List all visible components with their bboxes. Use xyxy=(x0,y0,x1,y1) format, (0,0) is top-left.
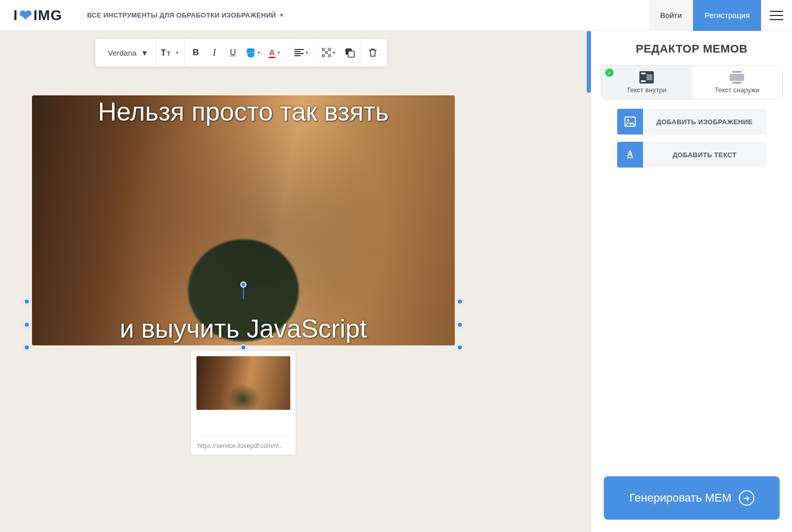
bold-button[interactable]: B xyxy=(187,41,205,64)
tab-text-outside-label: Текст снаружи xyxy=(692,86,783,94)
resize-handle-bl[interactable] xyxy=(24,344,30,351)
font-family-select[interactable]: Verdana ▼ xyxy=(101,48,154,57)
svg-rect-12 xyxy=(641,80,646,82)
trash-icon xyxy=(369,48,377,57)
text-color-icon: A xyxy=(269,48,275,57)
svg-rect-14 xyxy=(732,71,741,73)
bold-icon: B xyxy=(193,47,199,58)
text-outside-icon xyxy=(729,71,745,84)
menu-button[interactable] xyxy=(761,11,792,20)
arrow-right-circle-icon: ➜ xyxy=(739,490,754,506)
svg-rect-3 xyxy=(322,48,325,51)
svg-text:A: A xyxy=(627,149,633,158)
fill-color-button[interactable]: 🪣▼ xyxy=(242,41,264,64)
delete-button[interactable] xyxy=(364,41,382,64)
resize-handle-br[interactable] xyxy=(457,344,463,351)
resize-handle-ml[interactable] xyxy=(24,322,30,328)
canvas-scrollbar[interactable] xyxy=(587,31,591,532)
app-header: I ❤ IMG ВСЕ ИНСТРУМЕНТЫ ДЛЯ ОБРАБОТКИ ИЗ… xyxy=(0,0,792,31)
svg-rect-11 xyxy=(641,73,646,74)
meme-canvas[interactable]: Нельзя просто так взять и выучить JavaSc… xyxy=(32,95,455,345)
text-color-button[interactable]: A▼ xyxy=(264,41,286,64)
chevron-down-icon: ▼ xyxy=(332,51,336,55)
text-toolbar: Verdana ▼ TT ▼ B I U 🪣▼ A▼ xyxy=(95,38,388,67)
canvas-area: Verdana ▼ TT ▼ B I U 🪣▼ A▼ xyxy=(0,31,591,532)
login-label: Войти xyxy=(660,11,682,20)
opacity-button[interactable]: ▼ xyxy=(318,41,340,64)
text-mode-tabs: ✓ Текст внутри Текст снаружи xyxy=(601,65,783,99)
meme-background-image xyxy=(32,95,455,345)
chevron-down-icon: ▼ xyxy=(175,51,179,55)
send-to-back-icon xyxy=(344,47,355,58)
hamburger-icon xyxy=(770,11,783,20)
login-button[interactable]: Войти xyxy=(649,0,693,31)
svg-rect-5 xyxy=(325,51,328,54)
italic-button[interactable]: I xyxy=(205,41,224,64)
font-size-icon: TT xyxy=(161,47,174,58)
add-text-label: ДОБАВИТЬ ТЕКСТ xyxy=(643,151,766,159)
chevron-down-icon: ▼ xyxy=(276,51,280,55)
text-inside-icon xyxy=(639,71,654,84)
svg-rect-16 xyxy=(732,82,741,84)
svg-rect-7 xyxy=(328,54,331,57)
layer-order-button[interactable] xyxy=(340,41,359,64)
caret-down-icon: ▼ xyxy=(279,12,284,18)
svg-rect-15 xyxy=(730,74,744,81)
resize-handle-mr[interactable] xyxy=(457,322,463,328)
align-button[interactable]: ▼ xyxy=(290,41,313,64)
sidebar-title: РЕДАКТОР МЕМОВ xyxy=(591,31,792,65)
align-left-icon xyxy=(294,49,304,56)
thumbnail-url: https://service.ilovepdf.com/m.. xyxy=(196,437,290,455)
svg-rect-9 xyxy=(348,51,354,57)
svg-text:T: T xyxy=(167,51,170,57)
chevron-down-icon: ▼ xyxy=(141,48,148,57)
checker-icon xyxy=(322,48,331,57)
svg-rect-4 xyxy=(328,48,331,51)
svg-rect-6 xyxy=(322,54,325,57)
add-text-button[interactable]: A ДОБАВИТЬ ТЕКСТ xyxy=(617,142,766,168)
heart-icon: ❤ xyxy=(19,6,32,24)
logo[interactable]: I ❤ IMG xyxy=(13,6,62,24)
tab-text-inside[interactable]: ✓ Текст внутри xyxy=(601,65,692,99)
svg-rect-13 xyxy=(647,74,652,80)
chevron-down-icon: ▼ xyxy=(257,51,261,55)
image-icon xyxy=(617,109,643,135)
font-family-label: Verdana xyxy=(108,48,137,57)
source-thumbnail-card[interactable]: https://service.ilovepdf.com/m.. xyxy=(191,351,296,455)
italic-icon: I xyxy=(213,47,216,58)
register-label: Регистрация xyxy=(704,11,750,20)
logo-text-right: IMG xyxy=(34,7,62,24)
all-tools-label: ВСЕ ИНСТРУМЕНТЫ ДЛЯ ОБРАБОТКИ ИЗОБРАЖЕНИ… xyxy=(87,11,276,19)
scrollbar-thumb[interactable] xyxy=(587,31,591,93)
meme-bottom-text[interactable]: и выучить JavaScript xyxy=(32,315,455,343)
text-icon: A xyxy=(617,142,643,168)
tab-text-outside[interactable]: Текст снаружи xyxy=(692,65,783,99)
register-button[interactable]: Регистрация xyxy=(693,0,761,31)
svg-text:T: T xyxy=(161,48,166,57)
check-icon: ✓ xyxy=(605,69,614,77)
tab-text-inside-label: Текст внутри xyxy=(601,86,692,94)
rotation-handle[interactable] xyxy=(240,281,246,288)
logo-text-left: I xyxy=(13,7,18,24)
chevron-down-icon: ▼ xyxy=(305,51,309,55)
resize-handle-bm[interactable] xyxy=(240,344,246,351)
generate-meme-button[interactable]: Генерировать МЕМ ➜ xyxy=(604,476,780,520)
paint-bucket-icon: 🪣 xyxy=(245,48,256,58)
add-image-button[interactable]: ДОБАВИТЬ ИЗОБРАЖЕНИЕ xyxy=(617,109,766,135)
underline-icon: U xyxy=(230,48,236,57)
svg-point-18 xyxy=(627,119,629,121)
resize-handle-tr[interactable] xyxy=(457,298,463,305)
resize-handle-tl[interactable] xyxy=(24,298,30,305)
thumbnail-image xyxy=(196,356,290,410)
underline-button[interactable]: U xyxy=(224,41,242,64)
meme-top-text[interactable]: Нельзя просто так взять xyxy=(32,98,455,126)
editor-sidebar: РЕДАКТОР МЕМОВ ✓ Текст внутри Текст снар… xyxy=(591,31,792,532)
all-tools-dropdown[interactable]: ВСЕ ИНСТРУМЕНТЫ ДЛЯ ОБРАБОТКИ ИЗОБРАЖЕНИ… xyxy=(87,11,285,19)
add-image-label: ДОБАВИТЬ ИЗОБРАЖЕНИЕ xyxy=(643,118,766,126)
generate-label: Генерировать МЕМ xyxy=(629,491,731,505)
font-size-button[interactable]: TT ▼ xyxy=(158,41,182,64)
